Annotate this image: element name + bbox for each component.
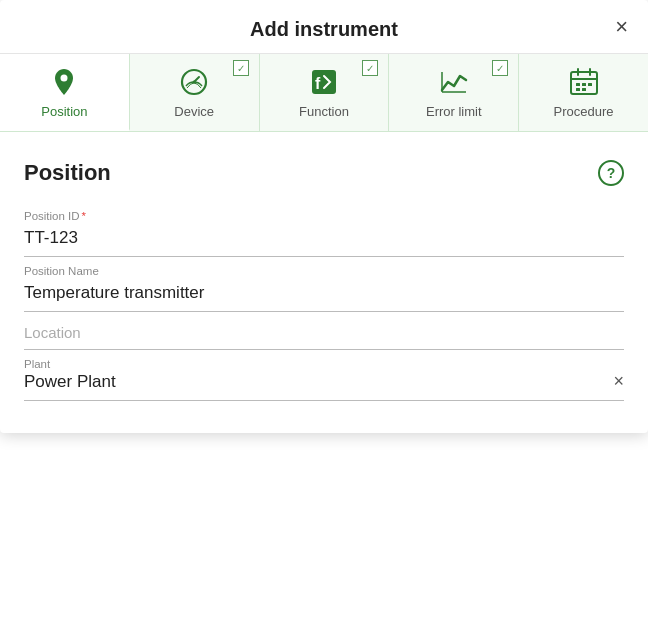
plant-row: Power Plant × [24,372,624,401]
tab-device-check: ✓ [233,60,249,76]
plant-value[interactable]: Power Plant [24,372,605,392]
svg-rect-11 [576,83,580,86]
tab-error-limit-check: ✓ [492,60,508,76]
plant-label: Plant [24,358,624,370]
dialog-content: Position ? Position ID* TT-123 Position … [0,132,648,433]
gauge-icon [176,64,212,100]
tab-device-label: Device [174,104,214,119]
plant-clear-button[interactable]: × [605,372,624,392]
location-pin-icon [46,64,82,100]
tab-procedure[interactable]: Procedure [519,54,648,131]
location-value[interactable]: Location [24,320,624,350]
tab-error-limit[interactable]: ✓ Error limit [389,54,519,131]
dialog-title: Add instrument [250,18,398,41]
position-id-field: Position ID* TT-123 [24,210,624,257]
section-title: Position [24,160,111,186]
svg-point-0 [61,75,68,82]
function-icon: f [306,64,342,100]
svg-rect-15 [582,88,586,91]
add-instrument-dialog: Add instrument × Position ✓ [0,0,648,433]
svg-rect-12 [582,83,586,86]
tab-device[interactable]: ✓ Device [130,54,260,131]
chart-icon [436,64,472,100]
position-name-field: Position Name Temperature transmitter [24,265,624,312]
tab-function-label: Function [299,104,349,119]
tab-position[interactable]: Position [0,54,130,131]
dialog-close-button[interactable]: × [615,16,628,38]
location-field: Location [24,320,624,350]
svg-rect-13 [588,83,592,86]
position-name-value[interactable]: Temperature transmitter [24,279,624,312]
help-button[interactable]: ? [598,160,624,186]
position-name-label: Position Name [24,265,624,277]
tab-function-check: ✓ [362,60,378,76]
svg-rect-14 [576,88,580,91]
tab-function[interactable]: ✓ f Function [260,54,390,131]
section-header: Position ? [24,160,624,186]
position-id-label: Position ID* [24,210,624,222]
plant-field: Plant Power Plant × [24,358,624,401]
tab-position-label: Position [41,104,87,119]
dialog-header: Add instrument × [0,0,648,54]
position-id-value[interactable]: TT-123 [24,224,624,257]
tabs-bar: Position ✓ Device ✓ f [0,54,648,132]
calendar-icon [566,64,602,100]
tab-error-limit-label: Error limit [426,104,482,119]
tab-procedure-label: Procedure [554,104,614,119]
svg-text:f: f [315,75,321,92]
